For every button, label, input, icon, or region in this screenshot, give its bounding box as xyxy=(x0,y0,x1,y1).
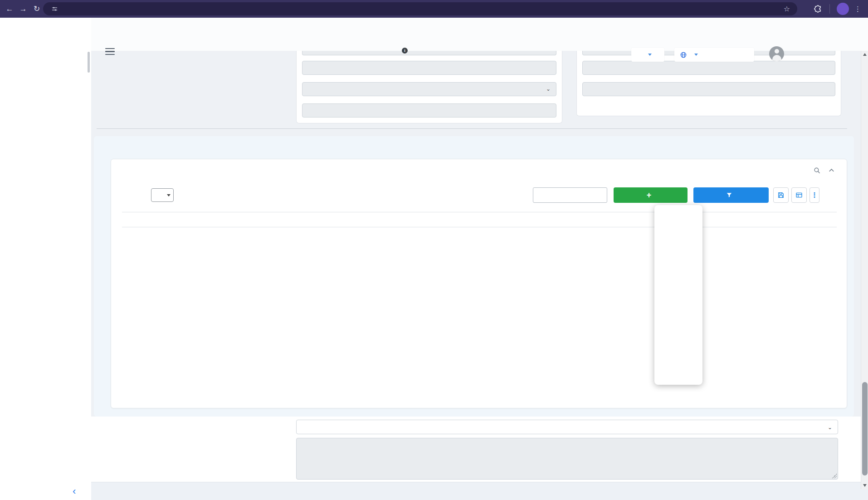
chevron-down-icon: ⌄ xyxy=(828,421,832,434)
sidebar-scrollbar[interactable] xyxy=(88,52,90,73)
oqsha-logo xyxy=(0,21,91,53)
user-avatar xyxy=(769,46,784,61)
collapse-chevron-up-icon[interactable] xyxy=(828,167,835,174)
save-icon xyxy=(777,191,785,199)
plus-icon: + xyxy=(647,191,652,199)
filter-funnel-icon xyxy=(726,192,732,198)
extensions-icon[interactable] xyxy=(814,5,822,13)
phone-number-field[interactable] xyxy=(302,61,556,75)
organisation-selector[interactable] xyxy=(674,48,754,62)
column-options-button[interactable]: ⋮ xyxy=(809,187,819,203)
next-user-select[interactable]: ⌄ xyxy=(302,82,556,96)
browser-back-icon[interactable]: ← xyxy=(4,0,15,18)
site-settings-icon[interactable] xyxy=(51,5,58,12)
scroll-down-icon[interactable] xyxy=(863,484,867,487)
browser-menu-icon[interactable]: ⋮ xyxy=(854,0,861,18)
approval-date-field[interactable] xyxy=(302,103,556,118)
filters-button[interactable] xyxy=(693,187,769,203)
save-view-button[interactable] xyxy=(773,187,789,203)
sidebar: ‹ xyxy=(0,18,91,500)
language-selector[interactable] xyxy=(631,48,664,62)
browser-url-bar[interactable]: ☆ xyxy=(43,2,797,15)
associated-inspections-card: + ⋮ xyxy=(111,159,847,408)
browser-profile-avatar[interactable] xyxy=(837,3,849,15)
page-size-select[interactable] xyxy=(151,188,174,202)
chevron-down-icon: ⌄ xyxy=(546,83,551,96)
chevron-down-icon xyxy=(167,194,171,196)
status-select[interactable]: ⌄ xyxy=(296,420,838,434)
table-view-button[interactable] xyxy=(791,187,807,203)
page-root: ← → ↻ ☆ ⋮ i xyxy=(0,0,868,500)
app-header: i xyxy=(0,18,868,51)
browser-forward-icon[interactable]: → xyxy=(17,0,29,18)
comments-textarea[interactable] xyxy=(296,438,838,480)
info-icon: i xyxy=(402,48,408,54)
search-icon[interactable] xyxy=(813,167,821,174)
associated-information-section: + ⋮ xyxy=(94,136,854,417)
footer xyxy=(91,482,868,500)
browser-chrome: ← → ↻ ☆ ⋮ xyxy=(0,0,868,18)
add-inspection-button[interactable]: + xyxy=(614,187,688,203)
sidebar-collapse-icon[interactable]: ‹ xyxy=(73,486,76,496)
chevron-down-icon xyxy=(648,54,652,56)
table-header-row xyxy=(122,212,837,227)
browser-reload-icon[interactable]: ↻ xyxy=(31,0,43,18)
section-divider xyxy=(97,128,847,129)
approval-form-card-left: ⌄ xyxy=(296,51,562,123)
bookmark-star-icon[interactable]: ☆ xyxy=(784,5,790,13)
user-menu[interactable] xyxy=(769,46,790,61)
phone-number-field[interactable] xyxy=(582,61,835,75)
table-icon xyxy=(795,191,803,199)
approval-date-field[interactable] xyxy=(582,82,835,96)
chevron-down-icon xyxy=(694,54,698,56)
menu-toggle-icon[interactable] xyxy=(105,48,115,55)
column-visibility-dropdown xyxy=(654,205,702,385)
globe-icon xyxy=(680,51,687,59)
cut-input-field[interactable] xyxy=(302,51,556,55)
copyright-text xyxy=(91,482,861,500)
page-scrollbar[interactable] xyxy=(861,51,868,489)
table-search-input[interactable] xyxy=(533,187,607,203)
timezone-note: i xyxy=(402,48,410,54)
scroll-up-icon[interactable] xyxy=(863,53,867,56)
resize-handle[interactable] xyxy=(832,474,837,478)
chrome-divider xyxy=(829,4,830,14)
scrollbar-thumb[interactable] xyxy=(862,382,868,475)
